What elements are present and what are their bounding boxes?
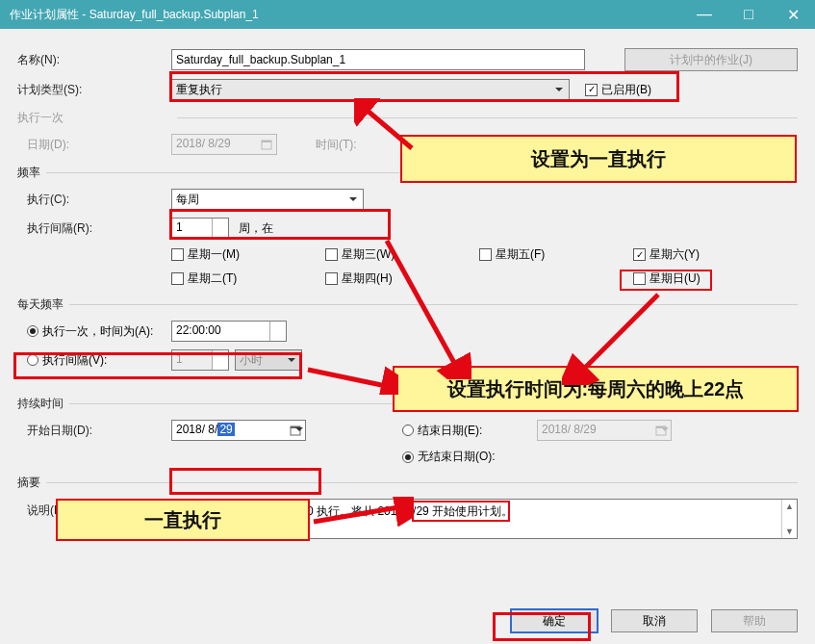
close-button[interactable]: ✕ <box>771 0 815 29</box>
calendar-icon <box>261 139 272 150</box>
recurs-every-label: 执行间隔(R): <box>17 220 171 237</box>
jobs-in-schedule-button[interactable]: 计划中的作业(J) <box>624 48 798 71</box>
arrow-sat-checkbox <box>562 289 677 385</box>
callout-no-end: 一直执行 <box>56 499 310 541</box>
no-end-date-radio[interactable]: 无结束日期(O): <box>402 449 537 465</box>
onetime-date-label: 日期(D): <box>17 137 171 153</box>
end-date-radio[interactable]: 结束日期(E): <box>402 423 537 439</box>
callout-keep-running: 设置为一直执行 <box>400 135 797 183</box>
occurs-once-radio[interactable]: 执行一次，时间为(A): <box>17 323 171 340</box>
enabled-checkbox[interactable]: ✓ 已启用(B) <box>585 82 651 98</box>
week-at-label: 周，在 <box>239 220 273 237</box>
start-date-label: 开始日期(D): <box>17 423 171 439</box>
enabled-label: 已启用(B) <box>601 82 651 98</box>
frequency-group-label: 频率 <box>17 165 40 181</box>
execute-label: 执行(C): <box>17 192 171 208</box>
help-button[interactable]: 帮助 <box>711 609 798 632</box>
minimize-button[interactable]: ― <box>682 0 726 29</box>
onetime-group-label: 执行一次 <box>17 110 171 126</box>
name-label: 名称(N): <box>17 52 171 68</box>
weekday-fri-checkbox[interactable]: 星期五(F) <box>479 246 633 263</box>
recurrence-type-select[interactable]: 每周 <box>171 189 364 210</box>
name-input[interactable] <box>171 49 585 70</box>
cancel-button[interactable]: 取消 <box>611 609 698 632</box>
occurs-once-time[interactable]: 22:00:00▲▼ <box>171 321 287 342</box>
occurs-every-radio[interactable]: 执行间隔(V): <box>17 352 171 369</box>
weekday-sun-checkbox[interactable]: 星期日(U) <box>633 270 749 287</box>
end-date-picker: 2018/ 8/29 <box>537 420 672 441</box>
duration-group-label: 持续时间 <box>17 396 64 412</box>
window-title: 作业计划属性 - Saturday_full_backup.Subplan_1 <box>10 7 682 23</box>
recur-every-spinner[interactable]: 1▲▼ <box>171 218 229 239</box>
scrollbar[interactable]: ▲▼ <box>781 500 797 538</box>
occurs-every-spinner: 1▲▼ <box>171 349 229 371</box>
maximize-button[interactable]: □ <box>726 0 771 29</box>
arrow-schedule-type <box>354 98 421 156</box>
arrow-recur-select <box>375 235 471 379</box>
weekday-tue-checkbox[interactable]: 星期二(T) <box>171 270 325 287</box>
start-date-picker[interactable]: 2018/ 8/29 <box>171 420 306 441</box>
occurs-every-unit-select: 小时 <box>235 349 302 371</box>
titlebar: 作业计划属性 - Saturday_full_backup.Subplan_1 … <box>0 0 815 29</box>
schedule-type-label: 计划类型(S): <box>17 82 171 98</box>
schedule-type-select[interactable]: 重复执行 <box>171 79 570 100</box>
arrow-no-end <box>308 497 414 528</box>
daily-freq-group-label: 每天频率 <box>17 296 64 313</box>
ok-button[interactable]: 确定 <box>511 609 598 632</box>
summary-group-label: 摘要 <box>17 475 40 491</box>
arrow-once-time <box>302 364 398 395</box>
svg-rect-1 <box>262 141 271 142</box>
weekday-sat-checkbox[interactable]: ✓星期六(Y) <box>633 246 749 263</box>
onetime-date-picker: 2018/ 8/29 <box>171 134 277 155</box>
weekday-mon-checkbox[interactable]: 星期一(M) <box>171 246 325 263</box>
